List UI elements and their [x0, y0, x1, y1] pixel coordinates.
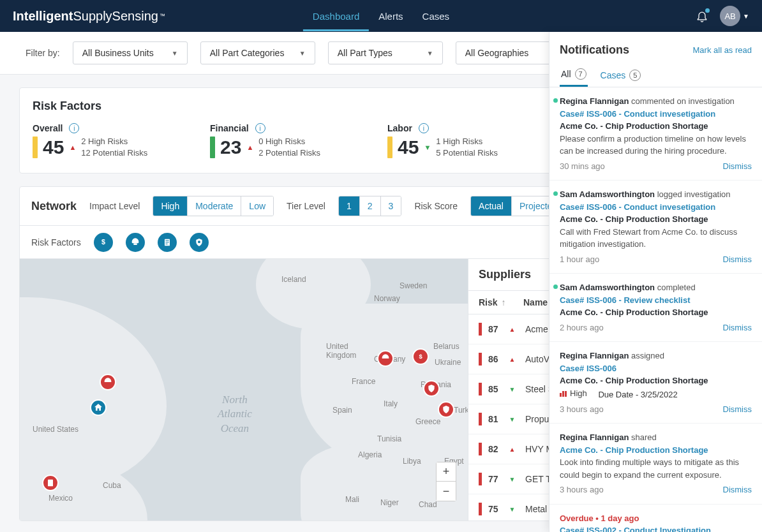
notif-tab-all[interactable]: All 7 — [560, 63, 588, 87]
supplier-risk: 77 — [488, 474, 504, 484]
notif-actor: Regina Flannigan — [560, 432, 629, 442]
dismiss-link[interactable]: Dismiss — [723, 484, 752, 496]
ocean-label: NorthAtlanticOcean — [218, 393, 252, 435]
sort-asc-icon[interactable]: ↑ — [502, 297, 506, 307]
bell-icon[interactable] — [696, 10, 708, 22]
labor-icon[interactable] — [126, 233, 145, 252]
notif-time: 1 hour ago — [560, 253, 599, 266]
map-label: Belarus — [433, 342, 459, 351]
tier-1[interactable]: 1 — [339, 196, 360, 216]
dismiss-link[interactable]: Dismiss — [723, 253, 752, 266]
risk-score: 23 — [220, 137, 241, 158]
trend-down-icon: ▼ — [504, 506, 520, 513]
notif-subject: Acme Co. - Chip Production Shortage — [560, 306, 752, 319]
trend-up-icon: ▲ — [246, 144, 253, 151]
col-name-header[interactable]: Name — [523, 297, 548, 307]
svg-text:$: $ — [419, 354, 422, 360]
riskscore-actual[interactable]: Actual — [471, 196, 512, 216]
tier-segmented: 1 2 3 — [338, 196, 401, 216]
nav-cases[interactable]: Cases — [413, 1, 459, 31]
map-label: Spain — [332, 406, 352, 415]
regulatory-icon[interactable] — [158, 233, 177, 252]
trend-down-icon: ▼ — [504, 476, 520, 483]
chevron-down-icon: ▼ — [743, 13, 749, 20]
svg-rect-1 — [133, 243, 137, 245]
notif-case-link[interactable]: Case# ISS-006 — [560, 362, 752, 375]
map-label: United Kingdom — [326, 342, 356, 360]
info-icon[interactable]: i — [419, 123, 429, 133]
impact-low[interactable]: Low — [241, 196, 273, 216]
notification-dot — [705, 8, 710, 13]
notif-subject: Acme Co. - Chip Production Shortage — [560, 374, 752, 387]
svg-text:$: $ — [101, 238, 105, 246]
nav-alerts[interactable]: Alerts — [369, 1, 412, 31]
filter-by-label: Filter by: — [26, 48, 60, 58]
supplier-risk: 85 — [488, 384, 504, 394]
impact-moderate[interactable]: Moderate — [188, 196, 241, 216]
zoom-out-button[interactable]: − — [437, 482, 456, 501]
map-label: Italy — [384, 399, 398, 408]
map-label: Iceland — [281, 275, 306, 284]
risk-bar — [479, 443, 482, 455]
filter-part-categories[interactable]: All Part Categories▼ — [200, 41, 315, 64]
notif-action: assigned — [631, 351, 664, 360]
user-menu[interactable]: AB ▼ — [720, 6, 749, 26]
risk-card: Financial i 23 ▲ 0 High Risks 2 Potentia… — [210, 123, 375, 159]
filter-business-units[interactable]: All Business Units▼ — [73, 41, 188, 64]
risk-factors-sub-label: Risk Factors — [31, 237, 81, 248]
risk-bar — [479, 323, 482, 336]
notif-actor: Regina Flannigan — [560, 96, 629, 106]
notif-case-link[interactable]: Case# ISS-006 - Conduct invesetigation — [560, 108, 752, 121]
notif-time: 3 hours ago — [560, 484, 604, 496]
filter-part-types[interactable]: All Part Types▼ — [328, 41, 443, 64]
notif-case-link[interactable]: Case# ISS-006 - Review checklist — [560, 294, 752, 307]
map-label: United States — [33, 425, 78, 434]
app-header: IntelligentSupplySensing™ Dashboard Aler… — [0, 0, 762, 32]
supplier-risk: 81 — [488, 414, 504, 424]
notif-case-link[interactable]: Case# ISS-002 - Conduct Investigation — [560, 524, 752, 532]
supplier-risk: 86 — [488, 354, 504, 364]
notif-tab-cases[interactable]: Cases 5 — [599, 63, 643, 87]
notifications-title: Notifications — [560, 43, 629, 57]
info-icon[interactable]: i — [255, 123, 265, 133]
tier-3[interactable]: 3 — [381, 196, 401, 216]
notif-action: logged investigation — [657, 189, 731, 199]
map-label: Chad — [419, 500, 437, 509]
tier-2[interactable]: 2 — [360, 196, 381, 216]
svg-rect-3 — [165, 240, 168, 241]
map-label: Cuba — [103, 481, 121, 490]
map-label: Sweden — [400, 281, 427, 290]
dismiss-link[interactable]: Dismiss — [723, 160, 752, 173]
risk-bar — [33, 137, 38, 158]
overdue-label: Overdue • 1 day ago — [560, 512, 752, 525]
mark-all-read-link[interactable]: Mark all as read — [693, 45, 752, 55]
info-icon[interactable]: i — [69, 123, 79, 133]
shield-icon[interactable] — [190, 233, 209, 252]
impact-high[interactable]: High — [153, 196, 188, 216]
trend-up-icon: ▲ — [504, 326, 520, 333]
notification-item: Sam Adamsworthington completedCase# ISS-… — [549, 274, 762, 342]
notif-case-link[interactable]: Acme Co. - Chip Production Shortage — [560, 444, 752, 457]
unread-dot — [553, 98, 558, 103]
supplier-risk: 75 — [488, 504, 504, 514]
financial-icon[interactable]: $ — [94, 233, 113, 252]
nav-dashboard[interactable]: Dashboard — [303, 1, 369, 31]
col-risk-header[interactable]: Risk — [479, 297, 498, 307]
risk-card: Labor i 45 ▼ 1 High Risks 5 Potential Ri… — [387, 123, 552, 159]
trend-down-icon: ▼ — [504, 386, 520, 393]
impact-segmented: High Moderate Low — [153, 196, 274, 216]
map-label: Libya — [403, 457, 421, 466]
risk-score-label: Risk Score — [414, 201, 458, 211]
map-label: Turk — [454, 406, 468, 415]
dismiss-link[interactable]: Dismiss — [723, 321, 752, 334]
geographical-map[interactable]: NorthAtlanticOcean United States Cuba Me… — [20, 259, 468, 521]
notif-case-link[interactable]: Case# ISS-006 - Conduct invesetigation — [560, 201, 752, 214]
zoom-in-button[interactable]: + — [437, 462, 456, 482]
notif-actor: Regina Flannigan — [560, 351, 629, 360]
risk-card: Overall i 45 ▲ 2 High Risks 12 Potential… — [33, 123, 197, 159]
dismiss-link[interactable]: Dismiss — [723, 403, 752, 416]
risk-bar — [479, 383, 482, 395]
risk-high-text: 0 High Risks — [258, 136, 320, 147]
map-label: Mexico — [49, 494, 73, 503]
risk-bar — [479, 413, 482, 425]
